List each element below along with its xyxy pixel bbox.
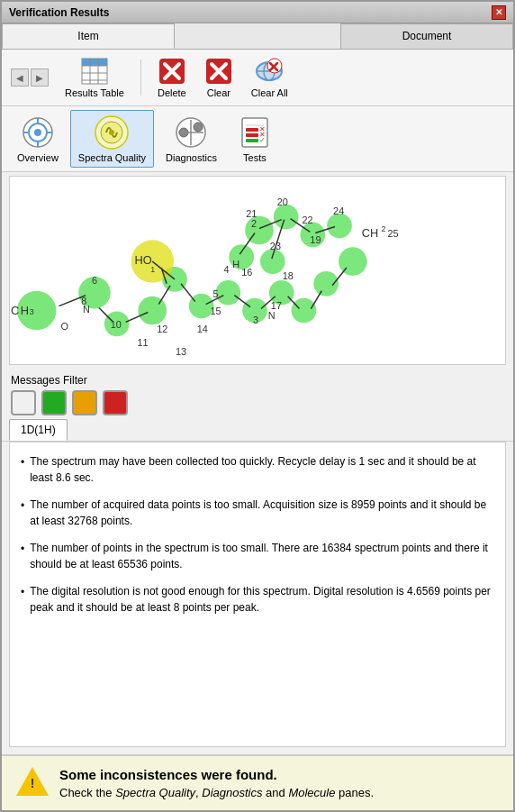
svg-point-49 xyxy=(216,280,241,306)
toolbar-divider-1 xyxy=(140,59,141,96)
bullet: • xyxy=(21,497,24,514)
svg-rect-1 xyxy=(82,59,107,66)
bullet: • xyxy=(21,541,24,557)
footer-warning: ! Some inconsistences were found. Check … xyxy=(2,754,513,810)
tests-label: Tests xyxy=(243,152,267,163)
overview-tool-button[interactable]: Overview xyxy=(9,110,67,168)
svg-text:20: 20 xyxy=(277,196,288,207)
svg-line-65 xyxy=(158,286,170,305)
clear-button[interactable]: Clear xyxy=(199,55,239,100)
spectra-quality-label: Spectra Quality xyxy=(78,152,146,163)
messages-panel: •The spectrum may have been collected to… xyxy=(9,442,506,747)
svg-text:2: 2 xyxy=(251,218,257,229)
close-button[interactable]: ✕ xyxy=(492,5,506,20)
svg-text:22: 22 xyxy=(302,214,312,225)
svg-text:6: 6 xyxy=(92,275,97,286)
warning-icon: ! xyxy=(16,767,49,799)
svg-text:16: 16 xyxy=(241,267,252,278)
list-item: •The spectrum may have been collected to… xyxy=(21,453,494,486)
svg-rect-37 xyxy=(246,128,258,132)
filter-buttons xyxy=(11,390,504,415)
overview-label: Overview xyxy=(17,152,59,163)
svg-text:5: 5 xyxy=(213,288,219,299)
nav-forward-button[interactable]: ▶ xyxy=(31,68,49,87)
footer-title: Some inconsistences were found. xyxy=(59,767,374,782)
list-item: •The number of acquired data points is t… xyxy=(21,497,494,529)
svg-point-60 xyxy=(260,249,285,274)
tab-document[interactable]: Document xyxy=(340,23,513,49)
main-tab-bar: Item Document xyxy=(2,23,513,50)
nav-back-button[interactable]: ◀ xyxy=(11,68,29,87)
filter-red-button[interactable] xyxy=(103,390,128,415)
tools-section: Overview Spectra Quality xyxy=(2,106,513,172)
svg-point-52 xyxy=(292,298,317,324)
filter-yellow-button[interactable] xyxy=(72,390,97,415)
svg-text:24: 24 xyxy=(333,205,344,216)
svg-point-53 xyxy=(313,271,339,297)
results-table-label: Results Table xyxy=(65,87,124,98)
svg-line-66 xyxy=(181,284,195,302)
tests-icon: ✕ ✕ ✓ xyxy=(237,114,273,151)
diagnostics-label: Diagnostics xyxy=(166,152,217,163)
svg-point-56 xyxy=(274,205,299,230)
clear-label: Clear xyxy=(207,87,230,98)
svg-text:1: 1 xyxy=(150,265,155,274)
molecule-diagram: HO 1 H 3 C 6 10 11 12 13 14 15 5 4 H 16 … xyxy=(9,176,506,365)
svg-text:19: 19 xyxy=(310,234,321,245)
svg-text:17: 17 xyxy=(271,300,282,311)
window-title: Verification Results xyxy=(9,6,109,19)
svg-text:21: 21 xyxy=(246,208,257,219)
spectra-quality-icon xyxy=(94,114,130,151)
content-tabs: 1D(1H) xyxy=(2,419,513,442)
clear-all-icon xyxy=(255,57,284,86)
main-window: Verification Results ✕ Item Document ◀ ▶ xyxy=(0,0,515,812)
message-text: The digital resolution is not good enoug… xyxy=(30,583,494,616)
svg-text:15: 15 xyxy=(211,306,221,316)
tab-item[interactable]: Item xyxy=(2,23,175,49)
delete-button[interactable]: Delete xyxy=(152,55,192,100)
clear-all-label: Clear All xyxy=(251,87,288,98)
title-bar: Verification Results ✕ xyxy=(2,2,513,23)
svg-line-71 xyxy=(311,291,321,309)
bullet: • xyxy=(21,584,24,600)
toolbar: ◀ ▶ Results Table xyxy=(2,50,513,106)
svg-text:3: 3 xyxy=(253,315,258,325)
svg-point-32 xyxy=(194,123,203,132)
filter-green-button[interactable] xyxy=(41,390,67,415)
svg-point-22 xyxy=(34,129,41,136)
diagnostics-tool-button[interactable]: Diagnostics xyxy=(158,110,225,168)
list-item: •The digital resolution is not good enou… xyxy=(21,583,494,616)
filter-white-button[interactable] xyxy=(11,390,36,415)
results-table-button[interactable]: Results Table xyxy=(59,55,130,100)
footer-description: Check the Spectra Quality, Diagnostics a… xyxy=(59,786,374,799)
tests-tool-button[interactable]: ✕ ✕ ✓ Tests xyxy=(229,110,281,168)
svg-text:25: 25 xyxy=(387,228,398,239)
svg-text:18: 18 xyxy=(283,270,294,281)
message-text: The spectrum may have been collected too… xyxy=(30,453,494,486)
svg-point-58 xyxy=(327,214,352,239)
bullet: • xyxy=(21,454,24,470)
footer-text: Some inconsistences were found. Check th… xyxy=(59,767,374,799)
spectra-quality-tool-button[interactable]: Spectra Quality xyxy=(70,110,154,168)
delete-icon xyxy=(158,57,186,86)
svg-text:11: 11 xyxy=(137,337,148,348)
svg-text:HO: HO xyxy=(134,253,151,267)
message-text: The number of acquired data points is to… xyxy=(30,497,494,529)
svg-text:23: 23 xyxy=(270,241,281,251)
svg-text:H: H xyxy=(232,259,239,269)
svg-text:2: 2 xyxy=(382,224,386,233)
clear-icon xyxy=(204,57,233,86)
svg-text:13: 13 xyxy=(176,346,186,357)
svg-rect-41 xyxy=(246,139,258,142)
diagnostics-icon xyxy=(173,114,209,151)
content-tab-1d1h[interactable]: 1D(1H) xyxy=(9,419,68,441)
overview-icon xyxy=(20,114,56,151)
results-table-icon xyxy=(80,57,109,86)
clear-all-button[interactable]: Clear All xyxy=(246,55,294,100)
svg-rect-39 xyxy=(246,133,258,137)
svg-text:N: N xyxy=(268,310,276,321)
delete-label: Delete xyxy=(158,87,186,98)
svg-text:12: 12 xyxy=(157,324,167,334)
messages-filter-section: Messages Filter xyxy=(2,369,513,419)
nav-buttons: ◀ ▶ xyxy=(11,68,49,87)
